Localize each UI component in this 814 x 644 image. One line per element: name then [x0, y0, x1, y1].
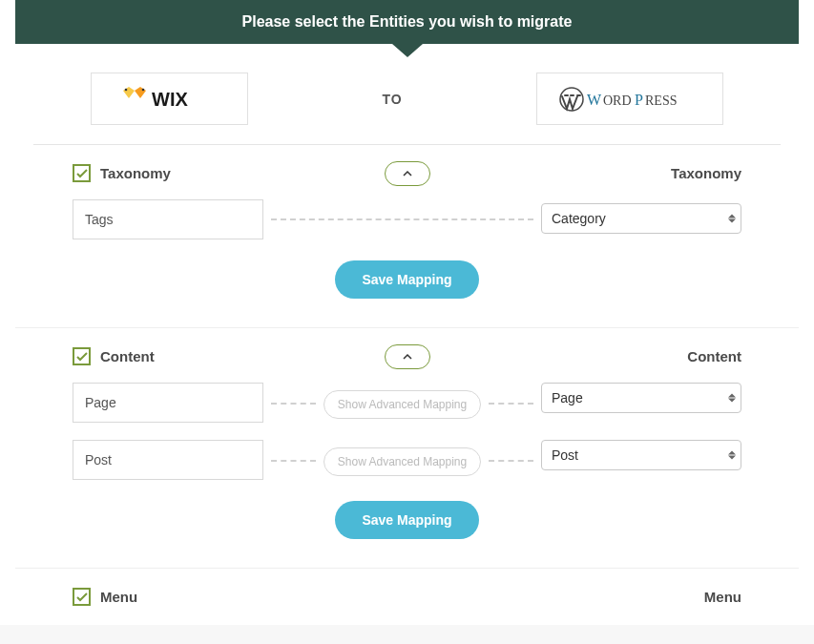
section-title-menu-right: Menu	[704, 589, 741, 605]
select-caret-icon	[728, 451, 736, 460]
platforms-row: WIX TO W ORD P RESS	[33, 44, 781, 145]
select-caret-icon	[728, 215, 736, 223]
show-advanced-mapping-button-0[interactable]: Show Advanced Mapping	[324, 390, 481, 419]
svg-text:P: P	[635, 92, 643, 108]
show-advanced-mapping-button-1[interactable]: Show Advanced Mapping	[324, 447, 481, 476]
save-mapping-button-content[interactable]: Save Mapping	[335, 501, 478, 539]
collapse-toggle-taxonomy[interactable]	[385, 161, 430, 186]
save-mapping-button-taxonomy[interactable]: Save Mapping	[335, 260, 478, 299]
header-bar: Please select the Entities you wish to m…	[15, 0, 799, 44]
chevron-up-icon	[402, 170, 413, 177]
mapping-row-taxonomy-0: Tags Category	[73, 199, 741, 239]
svg-point-2	[124, 88, 127, 91]
target-select-content-0[interactable]: Page	[541, 383, 741, 413]
section-title-menu-left: Menu	[100, 589, 137, 605]
select-caret-icon	[728, 394, 736, 403]
chevron-up-icon	[402, 353, 413, 361]
header-pointer	[392, 44, 423, 57]
mapping-row-content-0: Page Show Advanced Mapping Page	[73, 383, 741, 423]
header-title: Please select the Entities you wish to m…	[242, 13, 573, 30]
svg-text:RESS: RESS	[645, 93, 677, 108]
checkbox-taxonomy[interactable]	[73, 164, 91, 182]
target-platform-wordpress: W ORD P RESS	[536, 73, 723, 125]
source-platform-wix: WIX	[91, 73, 248, 125]
checkbox-content[interactable]	[73, 347, 91, 365]
svg-text:WIX: WIX	[152, 89, 188, 110]
svg-point-3	[141, 88, 144, 91]
source-field-post[interactable]: Post	[73, 440, 263, 480]
mapping-connector	[271, 218, 533, 220]
source-field-tags[interactable]: Tags	[73, 199, 263, 239]
target-select-taxonomy-0[interactable]: Category	[541, 203, 741, 234]
section-header-content: Content Content	[73, 347, 741, 365]
migration-panel: Please select the Entities you wish to m…	[0, 0, 814, 625]
section-title-taxonomy-right: Taxonomy	[671, 165, 741, 181]
section-title-content-right: Content	[687, 348, 741, 364]
collapse-toggle-content[interactable]	[385, 344, 430, 369]
section-header-menu: Menu Menu	[73, 588, 741, 606]
to-label: TO	[382, 92, 402, 107]
section-taxonomy: Taxonomy Taxonomy Tags Category Save Map…	[15, 145, 799, 328]
svg-marker-0	[123, 87, 135, 98]
checkbox-menu[interactable]	[73, 588, 91, 606]
svg-text:W: W	[587, 92, 602, 108]
mapping-connector	[489, 460, 533, 462]
section-menu: Menu Menu	[15, 569, 799, 625]
svg-text:ORD: ORD	[603, 93, 632, 108]
svg-marker-1	[135, 87, 146, 98]
mapping-connector	[489, 403, 533, 405]
mapping-connector	[271, 460, 316, 462]
section-header-taxonomy: Taxonomy Taxonomy	[73, 164, 741, 182]
mapping-row-content-1: Post Show Advanced Mapping Post	[73, 440, 741, 480]
section-content: Content Content Page Show Advanced Mappi…	[15, 328, 799, 569]
source-field-page[interactable]: Page	[73, 383, 263, 423]
section-title-taxonomy-left: Taxonomy	[100, 165, 171, 181]
target-select-content-1[interactable]: Post	[541, 440, 741, 470]
section-title-content-left: Content	[100, 348, 155, 364]
mapping-connector	[271, 403, 316, 405]
